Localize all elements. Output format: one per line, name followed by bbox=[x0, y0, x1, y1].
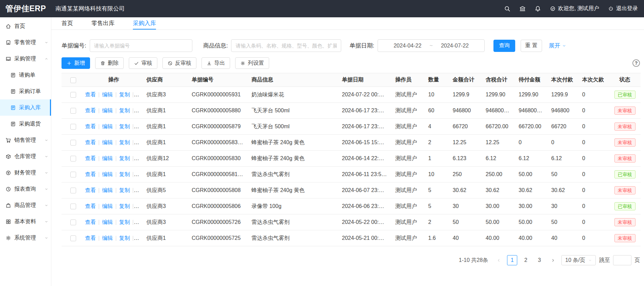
filter-bar: 单据编号: 商品信息: 单据日期: 2024-04-22 ~ 2024-07-2… bbox=[62, 39, 644, 52]
page-size-select[interactable]: 10 条/页 bbox=[561, 255, 596, 265]
notification-bell-icon[interactable] bbox=[535, 5, 541, 12]
reset-button[interactable]: 重 置 bbox=[521, 40, 542, 52]
op-divider: | bbox=[115, 139, 117, 145]
edit-link[interactable]: 编辑 bbox=[102, 203, 113, 209]
copy-link[interactable]: 复制 bbox=[119, 123, 130, 129]
prev-page-button[interactable] bbox=[493, 255, 504, 265]
edit-link[interactable]: 编辑 bbox=[102, 219, 113, 225]
sidebar-item-sale[interactable]: 销售管理 bbox=[0, 132, 51, 148]
add-button[interactable]: 新增 bbox=[62, 57, 90, 69]
operator-cell: 测试用户 bbox=[391, 214, 424, 230]
date-range-picker[interactable]: 2024-04-22 ~ 2024-07-22 bbox=[378, 39, 485, 52]
date-start-value[interactable]: 2024-04-22 bbox=[394, 43, 421, 49]
copy-link[interactable]: 复制 bbox=[119, 187, 130, 193]
sidebar-item-purchase-order[interactable]: 采购订单 bbox=[0, 83, 51, 99]
copy-link[interactable]: 复制 bbox=[119, 108, 130, 113]
date-separator: ~ bbox=[430, 43, 433, 49]
supplier-cell: 供应商3 bbox=[142, 198, 188, 214]
column-header-payable: 待付金额 bbox=[515, 73, 547, 87]
column-header-ops: 操作 bbox=[85, 73, 142, 87]
copy-link[interactable]: 复制 bbox=[119, 219, 130, 225]
view-link[interactable]: 查看 bbox=[85, 155, 96, 161]
unaudit-button[interactable]: 反审核 bbox=[162, 57, 196, 69]
search-button[interactable]: 查询 bbox=[493, 40, 515, 52]
sidebar-item-finance[interactable]: 财务管理 bbox=[0, 165, 51, 181]
view-link[interactable]: 查看 bbox=[85, 235, 96, 241]
view-link[interactable]: 查看 bbox=[85, 187, 96, 193]
search-icon[interactable] bbox=[504, 5, 510, 12]
edit-link[interactable]: 编辑 bbox=[102, 235, 113, 241]
view-link[interactable]: 查看 bbox=[85, 171, 96, 177]
row-checkbox[interactable] bbox=[70, 156, 76, 161]
date-end-value[interactable]: 2024-07-22 bbox=[441, 43, 469, 49]
button-label: 审核 bbox=[141, 60, 152, 67]
edit-link[interactable]: 编辑 bbox=[102, 92, 113, 97]
sidebar-item-retail[interactable]: 零售管理 bbox=[0, 34, 51, 51]
row-checkbox[interactable] bbox=[70, 92, 76, 98]
user-menu[interactable]: 欢迎您, 测试用户 bbox=[550, 5, 599, 12]
help-icon[interactable]: ? bbox=[632, 59, 640, 67]
jump-page-input[interactable] bbox=[613, 255, 631, 265]
sidebar-item-warehouse[interactable]: 仓库管理 bbox=[0, 148, 51, 165]
view-link[interactable]: 查看 bbox=[85, 108, 96, 113]
sidebar-item-system[interactable]: 系统管理 bbox=[0, 230, 51, 246]
export-button[interactable]: 导出 bbox=[202, 57, 230, 69]
expand-toggle[interactable]: 展开 bbox=[549, 42, 566, 50]
sidebar-item-goods[interactable]: 商品管理 bbox=[0, 197, 51, 213]
delete-button[interactable]: 删除 bbox=[95, 57, 124, 69]
op-divider: | bbox=[132, 92, 134, 97]
view-link[interactable]: 查看 bbox=[85, 219, 96, 225]
edit-link[interactable]: 编辑 bbox=[102, 123, 113, 129]
edit-link[interactable]: 编辑 bbox=[102, 171, 113, 177]
row-checkbox[interactable] bbox=[70, 172, 76, 177]
view-link[interactable]: 查看 bbox=[85, 92, 96, 97]
qty-cell: 5 bbox=[424, 183, 449, 198]
copy-link[interactable]: 复制 bbox=[119, 203, 130, 209]
tab-retail-outbound[interactable]: 零售出库 bbox=[91, 17, 115, 30]
bill-no-input[interactable] bbox=[90, 39, 192, 52]
row-checkbox[interactable] bbox=[70, 235, 76, 241]
edit-link[interactable]: 编辑 bbox=[102, 187, 113, 193]
bill-no-cell: CGRK00000005725 bbox=[188, 230, 247, 246]
row-checkbox[interactable] bbox=[70, 188, 76, 193]
chevron-down-icon bbox=[45, 41, 48, 44]
app-store-icon[interactable] bbox=[519, 5, 526, 12]
audit-button[interactable]: 审核 bbox=[129, 57, 157, 69]
copy-link[interactable]: 复制 bbox=[119, 235, 130, 241]
row-checkbox[interactable] bbox=[70, 220, 76, 225]
copy-link[interactable]: 复制 bbox=[119, 92, 130, 97]
tab-purchase-inbound[interactable]: 采购入库 bbox=[133, 17, 156, 30]
edit-link[interactable]: 编辑 bbox=[102, 108, 113, 113]
view-link[interactable]: 查看 bbox=[85, 123, 96, 129]
tax-total-cell: 946800.00 bbox=[482, 103, 515, 119]
sidebar-item-report[interactable]: 报表查询 bbox=[0, 181, 51, 197]
next-page-button[interactable] bbox=[548, 255, 558, 265]
columns-button[interactable]: 列设置 bbox=[235, 57, 269, 69]
select-all-checkbox[interactable] bbox=[70, 77, 76, 83]
logout-button[interactable]: 退出登录 bbox=[608, 5, 638, 12]
row-checkbox[interactable] bbox=[70, 108, 76, 114]
view-link[interactable]: 查看 bbox=[85, 203, 96, 209]
sidebar-item-home[interactable]: 首页 bbox=[0, 18, 51, 34]
column-header-date: 单据日期 bbox=[338, 73, 391, 87]
product-info-input[interactable] bbox=[231, 39, 341, 52]
copy-link[interactable]: 复制 bbox=[119, 171, 130, 177]
copy-link[interactable]: 复制 bbox=[119, 155, 130, 161]
row-checkbox[interactable] bbox=[70, 140, 76, 146]
status-badge: 未审核 bbox=[614, 186, 636, 194]
sidebar-item-purchase-inbound[interactable]: 采购入库 bbox=[0, 99, 51, 116]
copy-link[interactable]: 复制 bbox=[119, 139, 130, 145]
sidebar-item-purchase[interactable]: 采购管理 bbox=[0, 51, 51, 67]
tab-home[interactable]: 首页 bbox=[62, 17, 73, 30]
row-checkbox[interactable] bbox=[70, 124, 76, 130]
sidebar-item-purchase-request[interactable]: 请购单 bbox=[0, 67, 51, 83]
sidebar-item-purchase-return[interactable]: 采购退货 bbox=[0, 116, 51, 132]
row-checkbox[interactable] bbox=[70, 204, 76, 209]
page-button-3[interactable]: 3 bbox=[534, 255, 544, 265]
edit-link[interactable]: 编辑 bbox=[102, 155, 113, 161]
edit-link[interactable]: 编辑 bbox=[102, 139, 113, 145]
view-link[interactable]: 查看 bbox=[85, 139, 96, 145]
sidebar-item-base[interactable]: 基本资料 bbox=[0, 213, 51, 230]
page-button-2[interactable]: 2 bbox=[521, 255, 531, 265]
page-button-1[interactable]: 1 bbox=[507, 255, 517, 265]
